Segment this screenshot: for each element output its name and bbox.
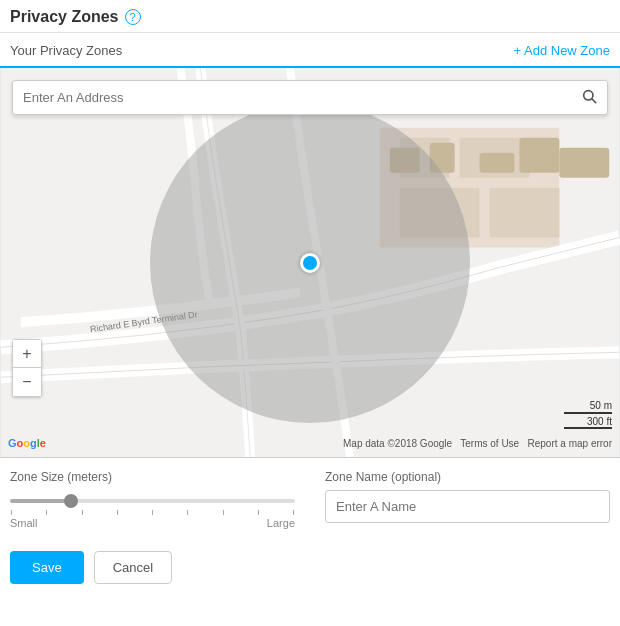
slider-min-label: Small (10, 517, 38, 529)
zone-size-label: Zone Size (meters) (10, 470, 295, 484)
map-attribution: Map data ©2018 Google Terms of Use Repor… (343, 438, 612, 449)
google-logo: Google (8, 437, 46, 449)
zoom-in-button[interactable]: + (13, 340, 41, 368)
zoom-out-button[interactable]: − (13, 368, 41, 396)
your-privacy-zones-label: Your Privacy Zones (10, 43, 122, 58)
slider-max-label: Large (267, 517, 295, 529)
map-scale-bar: 50 m 300 ft (564, 400, 612, 429)
add-new-zone-button[interactable]: + Add New Zone (514, 43, 610, 58)
page-title: Privacy Zones (10, 8, 119, 26)
page-header: Privacy Zones ? (0, 0, 620, 33)
zone-name-input[interactable] (325, 490, 610, 523)
slider-labels: Small Large (10, 517, 295, 529)
map-container[interactable]: Richard E Byrd Terminal Dr + − Google 50… (0, 68, 620, 458)
zone-name-label: Zone Name (optional) (325, 470, 610, 484)
svg-rect-5 (490, 188, 560, 238)
zone-size-slider[interactable] (10, 499, 295, 503)
search-button[interactable] (571, 88, 607, 108)
cancel-button[interactable]: Cancel (94, 551, 172, 584)
controls-row: Zone Size (meters) Small Large (10, 470, 610, 529)
sub-header: Your Privacy Zones + Add New Zone (0, 33, 620, 68)
zone-center-marker (300, 253, 320, 273)
zone-size-section: Zone Size (meters) Small Large (10, 470, 295, 529)
help-icon[interactable]: ? (125, 9, 141, 25)
save-button[interactable]: Save (10, 551, 84, 584)
action-buttons: Save Cancel (0, 541, 620, 596)
scale-300ft-label: 300 ft (587, 416, 612, 427)
address-search-input[interactable] (13, 81, 571, 114)
svg-rect-8 (480, 153, 515, 173)
slider-ticks (10, 510, 295, 515)
scale-50m-label: 50 m (590, 400, 612, 411)
slider-container (10, 490, 295, 506)
map-data-label: Map data ©2018 Google (343, 438, 452, 449)
svg-line-13 (592, 99, 596, 103)
terms-of-use-link[interactable]: Terms of Use (460, 438, 519, 449)
svg-rect-10 (559, 148, 609, 178)
zoom-controls: + − (12, 339, 42, 397)
map-search-bar[interactable] (12, 80, 608, 115)
zone-name-section: Zone Name (optional) (325, 470, 610, 523)
svg-rect-9 (519, 138, 559, 173)
bottom-controls: Zone Size (meters) Small Large (0, 458, 620, 541)
report-map-error-link[interactable]: Report a map error (528, 438, 612, 449)
